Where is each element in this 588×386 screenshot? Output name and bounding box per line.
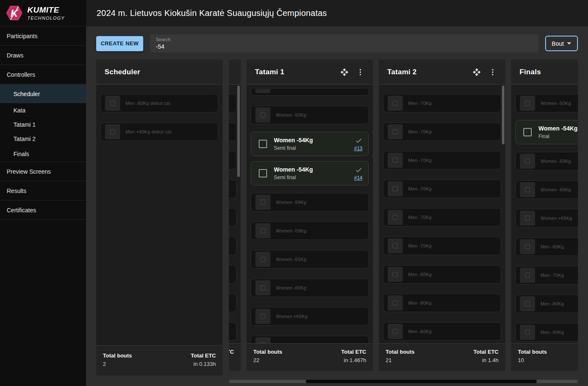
bout-card[interactable]: Men -70Kg	[383, 123, 501, 141]
search-input[interactable]: Search -54	[150, 34, 538, 52]
brand-name: KUMITE	[27, 5, 65, 15]
bout-card[interactable]: Men -80Kg	[383, 294, 501, 312]
bout-card-partial[interactable]	[251, 89, 369, 96]
bout-card[interactable]	[229, 294, 236, 312]
sidebar-item-controllers[interactable]: Controllers	[0, 65, 86, 84]
sidebar-item-tatami-1[interactable]: Tatami 1	[0, 117, 86, 132]
sidebar-item-tatami-2[interactable]: Tatami 2	[0, 132, 86, 146]
column-menu-icon[interactable]	[356, 68, 365, 76]
bout-card[interactable]	[229, 180, 236, 198]
checkbox-placeholder-icon	[255, 89, 270, 93]
bout-card[interactable]	[229, 265, 236, 284]
sidebar: K KUMITE TECHNOLOGY Participants Draws C…	[0, 0, 86, 386]
bout-category: Women -54Kg	[274, 166, 354, 173]
sidebar-item-results[interactable]: Results	[0, 181, 86, 201]
horizontal-scrollbar-track[interactable]	[229, 380, 578, 383]
column-hidden-kata: Total ETC	[229, 60, 241, 371]
column-hidden-list	[229, 85, 241, 343]
bout-card[interactable]	[229, 237, 236, 255]
column-title: Scheduler	[105, 68, 140, 76]
sidebar-item-participants[interactable]: Participants	[0, 26, 86, 46]
bout-card[interactable]	[229, 94, 236, 112]
bout-card[interactable]: Women -50Kg	[515, 94, 578, 112]
sidebar-item-preview-screens[interactable]: Preview Screens	[0, 162, 86, 181]
bout-card[interactable]: Women -59Kg	[251, 193, 369, 211]
bout-checkbox[interactable]	[259, 169, 267, 177]
checkbox-placeholder-icon	[388, 124, 403, 139]
bout-card[interactable]: Men +90Kg debut cat.	[100, 123, 218, 141]
bout-card-selected[interactable]: Women -54Kg Semi final #13	[251, 132, 369, 156]
total-etc-label: Total ETC	[191, 352, 216, 359]
bout-card[interactable]	[229, 322, 236, 341]
checkbox-placeholder-icon	[255, 195, 270, 210]
checkbox-placeholder-icon	[105, 96, 120, 111]
checkbox-placeholder-icon	[255, 107, 270, 123]
bout-card-selected[interactable]: Women -54Kg Semi final #14	[251, 161, 369, 185]
main-content: CREATE NEW Search -54 Bout Scheduler Men…	[86, 26, 588, 386]
bout-card[interactable]: Women -59Kg	[515, 152, 578, 170]
total-etc-label: Total ETC	[473, 349, 499, 355]
checkbox-placeholder-icon	[388, 96, 403, 111]
sidebar-item-scheduler[interactable]: Scheduler	[0, 84, 86, 103]
bout-card-partial[interactable]	[251, 336, 369, 343]
bout-card[interactable]: Men -80Kg	[515, 295, 578, 313]
horizontal-scrollbar-thumb[interactable]	[306, 380, 537, 383]
total-bouts-value: 21	[386, 357, 415, 363]
bout-filter-dropdown[interactable]: Bout	[545, 36, 578, 51]
bout-card[interactable]: Men -70Kg	[383, 151, 501, 170]
bout-checkbox[interactable]	[523, 128, 532, 136]
vertical-scrollbar[interactable]	[237, 86, 240, 177]
app-logo: K KUMITE TECHNOLOGY	[0, 0, 86, 26]
column-menu-icon[interactable]	[488, 68, 497, 76]
column-hidden-header	[229, 60, 241, 85]
column-finals-list: Women -50Kg Women -54Kg Final Women -59K…	[511, 85, 578, 343]
column-tatami-2-footer: Total bouts 21 Total ETC in 1.4h	[379, 343, 505, 371]
bout-card[interactable]: Men -80Kg	[383, 265, 501, 284]
bout-card[interactable]: Men -70Kg	[383, 208, 501, 227]
bout-card[interactable]: Women -65Kg	[515, 180, 578, 199]
column-scheduler: Scheduler Men -80Kg debut cat. Men +90Kg…	[96, 60, 223, 376]
search-label: Search	[156, 37, 533, 42]
bout-card[interactable]: Men -90Kg	[515, 323, 578, 342]
checkbox-placeholder-icon	[105, 124, 120, 139]
bout-card[interactable]	[229, 208, 236, 227]
total-bouts-label: Total bouts	[518, 349, 547, 355]
bout-card[interactable]: Women -59Kg	[251, 222, 369, 240]
bout-card[interactable]: Men -70Kg	[383, 237, 501, 255]
create-new-button[interactable]: CREATE NEW	[96, 36, 143, 51]
checkbox-placeholder-icon	[388, 238, 403, 253]
sidebar-item-kata[interactable]: Kata	[0, 103, 86, 117]
bout-card[interactable]: Men -80Kg debut cat.	[100, 94, 218, 112]
sidebar-item-certificates[interactable]: Certificates	[0, 201, 86, 220]
bout-card[interactable]: Men -80Kg	[383, 322, 501, 341]
sidebar-item-finals[interactable]: Finals	[0, 146, 86, 162]
column-tatami-1-footer: Total bouts 22 Total ETC in 1.467h	[247, 343, 373, 371]
bout-card[interactable]: Men -60Kg	[515, 237, 578, 256]
toolbar: CREATE NEW Search -54 Bout	[96, 34, 578, 52]
column-tatami-2-header: Tatami 2	[379, 60, 505, 85]
total-etc-value: in 1.467h	[341, 357, 366, 363]
bout-card[interactable]: Men -70Kg	[383, 180, 501, 198]
bout-number-link[interactable]: #14	[354, 175, 362, 181]
bout-checkbox[interactable]	[259, 140, 267, 148]
checkbox-placeholder-icon	[388, 181, 403, 196]
bout-card[interactable]: Women -65Kg	[251, 250, 369, 269]
move-column-icon[interactable]	[340, 68, 349, 76]
bout-number-link[interactable]: #13	[354, 146, 362, 151]
check-icon	[355, 137, 362, 144]
bout-card[interactable]	[229, 151, 236, 170]
bout-card[interactable]: Men -70Kg	[383, 94, 501, 112]
bout-card[interactable]: Women -65Kg	[251, 279, 369, 297]
bout-card[interactable]: Women -50Kg	[251, 106, 369, 124]
sidebar-item-draws[interactable]: Draws	[0, 46, 86, 65]
vertical-scrollbar[interactable]	[502, 86, 504, 144]
column-tatami-2-list: Men -70Kg Men -70Kg Men -70Kg Men -70Kg	[379, 85, 505, 343]
bout-card[interactable]: Women +65Kg	[515, 209, 578, 227]
bout-card[interactable]: Women +65Kg	[251, 307, 369, 326]
bout-card[interactable]: Men -70Kg	[515, 266, 578, 284]
move-column-icon[interactable]	[472, 68, 481, 76]
bout-card[interactable]	[229, 123, 236, 141]
bout-card-selected[interactable]: Women -54Kg Final	[515, 120, 578, 144]
total-bouts-label: Total bouts	[386, 349, 415, 355]
bout-stage: Final	[538, 133, 578, 139]
